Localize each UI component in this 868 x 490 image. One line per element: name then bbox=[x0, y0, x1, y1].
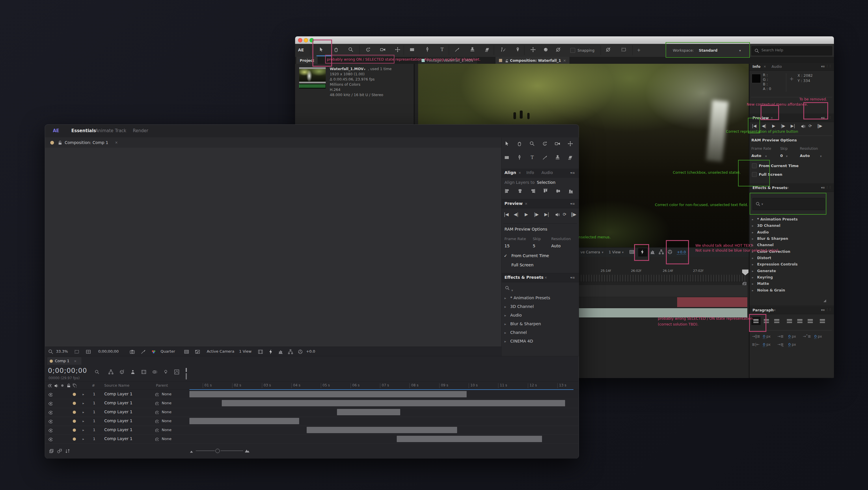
column-parent[interactable]: Parent bbox=[156, 383, 168, 388]
effects-category[interactable]: 3D Channel bbox=[510, 304, 534, 309]
panel-menu-icon[interactable]: ▾≡ bbox=[570, 275, 575, 280]
parent-pickwhip-icon[interactable] bbox=[154, 428, 158, 432]
ram-preview-options-label[interactable]: RAM Preview Options bbox=[504, 227, 547, 231]
layer-duration-bar[interactable] bbox=[307, 427, 457, 433]
previous-frame-button[interactable]: ◀| bbox=[762, 124, 766, 128]
label-color-dot[interactable] bbox=[73, 411, 76, 414]
parent-value[interactable]: None bbox=[162, 428, 172, 432]
current-time[interactable]: 0;00;00;00 bbox=[98, 349, 119, 354]
go-to-end-button[interactable]: ▶| bbox=[790, 124, 795, 128]
justify-last-right-button[interactable] bbox=[806, 317, 815, 325]
effects-category[interactable]: * Animation Presets bbox=[510, 295, 550, 300]
timeline-comp-tab[interactable]: Comp 1 × bbox=[48, 357, 82, 365]
parent-pickwhip-icon[interactable] bbox=[154, 436, 158, 441]
chevron-icon[interactable]: ▸ bbox=[752, 256, 754, 260]
column-index[interactable]: # bbox=[92, 383, 95, 388]
exposure-toggle-selected[interactable] bbox=[638, 248, 647, 257]
label-color-dot[interactable] bbox=[73, 437, 76, 440]
close-window-button[interactable] bbox=[298, 38, 302, 42]
chevron-icon[interactable]: ▸ bbox=[752, 289, 754, 292]
layer-name[interactable]: Comp Layer 1 bbox=[104, 400, 132, 405]
loop-button[interactable]: ⟳ bbox=[563, 212, 566, 217]
tab-align[interactable]: Align bbox=[504, 170, 516, 175]
selected-layer-bar[interactable] bbox=[677, 297, 747, 307]
tab-preview[interactable]: Preview bbox=[752, 116, 769, 120]
rotation-tool[interactable] bbox=[365, 47, 372, 54]
from-current-time-label[interactable]: From Current Time bbox=[512, 253, 549, 258]
parent-pickwhip-icon[interactable] bbox=[154, 401, 158, 405]
histogram-icon[interactable] bbox=[650, 249, 656, 255]
panel-menu-icon[interactable]: ▾≡ bbox=[570, 202, 575, 206]
skip-value[interactable]: 5 bbox=[533, 243, 535, 248]
align-top-icon[interactable] bbox=[542, 188, 549, 195]
brainstorm-icon[interactable] bbox=[163, 369, 168, 374]
zoom-tool[interactable] bbox=[529, 141, 537, 149]
eye-column-icon[interactable] bbox=[48, 383, 52, 387]
effects-category[interactable]: CINEMA 4D bbox=[510, 339, 533, 344]
dropdown-icon[interactable]: ▾ bbox=[364, 68, 366, 71]
rectangle-tool[interactable] bbox=[409, 47, 416, 54]
pan-behind-tool[interactable] bbox=[395, 47, 402, 54]
close-icon[interactable]: × bbox=[74, 359, 76, 363]
views-select[interactable]: 1 View bbox=[609, 250, 621, 254]
expand-chevron-icon[interactable]: ▸ bbox=[83, 392, 84, 396]
camera-orbit-tool[interactable] bbox=[555, 47, 562, 54]
layer-name[interactable]: Comp Layer 1 bbox=[104, 436, 132, 441]
graph-editor-icon[interactable] bbox=[174, 369, 179, 374]
footage-name[interactable]: Waterfall_1.MOV bbox=[330, 67, 364, 71]
next-frame-button[interactable]: |▶ bbox=[534, 212, 539, 217]
eye-icon[interactable] bbox=[48, 419, 53, 423]
layer-duration-bar[interactable] bbox=[397, 436, 542, 442]
layer-row[interactable]: ▸ 1 Comp Layer 1 None bbox=[45, 417, 579, 426]
camera-view-select[interactable]: ve Camera bbox=[580, 250, 600, 254]
chevron-icon[interactable]: ▸ bbox=[752, 275, 754, 279]
tab-preview[interactable]: Preview bbox=[504, 201, 523, 206]
close-icon[interactable]: × bbox=[115, 140, 118, 144]
tab-info[interactable]: Info bbox=[526, 170, 534, 175]
time-navigator-start-handle[interactable] bbox=[186, 368, 187, 372]
play-button[interactable]: ▶ bbox=[772, 124, 775, 128]
workspace-tab-animate[interactable]: Animate bbox=[95, 128, 114, 133]
workspace-value[interactable]: Standard bbox=[699, 48, 718, 53]
space-after-value[interactable]: 0 bbox=[788, 342, 790, 347]
chevron-icon[interactable]: ▸ bbox=[752, 237, 754, 241]
panel-grip-icon[interactable]: ⋮⋮ bbox=[826, 64, 832, 68]
tab-info[interactable]: Info bbox=[752, 64, 761, 69]
effects-category[interactable]: Matte bbox=[757, 281, 769, 286]
search-dropdown-icon[interactable]: ▾ bbox=[762, 202, 763, 206]
camera-tool[interactable] bbox=[555, 141, 563, 149]
eraser-tool[interactable] bbox=[567, 155, 576, 163]
parent-value[interactable]: None bbox=[162, 419, 172, 423]
playhead[interactable] bbox=[742, 269, 748, 275]
zoom-tool[interactable] bbox=[348, 47, 355, 54]
workspace-dropdown-icon[interactable]: ▾ bbox=[739, 49, 741, 53]
label-color-dot[interactable] bbox=[73, 428, 76, 432]
effects-category[interactable]: Distort bbox=[757, 256, 771, 260]
expand-chevron-icon[interactable]: ▸ bbox=[83, 419, 84, 423]
effects-category[interactable]: Channel bbox=[757, 243, 774, 247]
justify-last-left-button[interactable] bbox=[785, 317, 794, 325]
layer-name[interactable]: Comp Layer 1 bbox=[104, 410, 132, 414]
rotation-tool[interactable] bbox=[542, 141, 550, 149]
effects-category[interactable]: * Animation Presets bbox=[757, 217, 798, 221]
expand-layer-switches-icon[interactable] bbox=[49, 448, 54, 454]
tab-footage[interactable]: Footage: Waterfall_1.MOV bbox=[418, 57, 477, 64]
previous-frame-button[interactable]: ◀| bbox=[514, 212, 519, 217]
audio-mute-button[interactable] bbox=[800, 124, 806, 129]
layer-bar[interactable] bbox=[578, 308, 747, 318]
exposure-hot-text[interactable]: +0.0 bbox=[677, 250, 686, 255]
close-icon[interactable]: × bbox=[764, 65, 766, 68]
rectangle-tool[interactable] bbox=[504, 155, 512, 163]
brush-tool[interactable] bbox=[454, 47, 461, 54]
chevron-icon[interactable]: ▸ bbox=[752, 224, 754, 228]
expand-chevron-icon[interactable]: ▸ bbox=[83, 428, 84, 432]
chevron-icon[interactable]: ▸ bbox=[504, 314, 506, 318]
camera-view-select[interactable]: Active Camera bbox=[207, 349, 234, 354]
brush-tool[interactable] bbox=[542, 155, 550, 163]
effects-category[interactable]: Channel bbox=[510, 330, 527, 335]
loop-button[interactable]: ⟳ bbox=[808, 124, 812, 128]
selection-tool[interactable] bbox=[318, 47, 326, 54]
chevron-icon[interactable]: ▸ bbox=[504, 305, 506, 309]
draft-3d-icon[interactable] bbox=[119, 369, 124, 374]
effects-category[interactable]: Blur & Sharpen bbox=[510, 322, 541, 326]
